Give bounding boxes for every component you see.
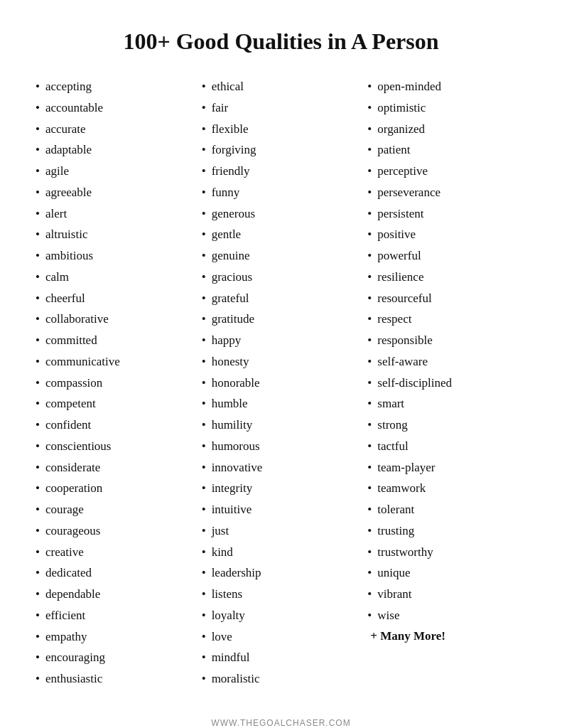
list-item: adaptable (36, 139, 195, 161)
list-item: forgiving (202, 139, 361, 161)
list-item: accurate (36, 119, 195, 140)
list-item: funny (202, 182, 361, 203)
list-item: tactful (367, 436, 526, 457)
list-item: perceptive (367, 161, 526, 182)
list-item: mindful (202, 647, 361, 668)
list-item: wise (367, 605, 526, 626)
list-item: creative (36, 542, 195, 563)
list-item: just (202, 520, 361, 542)
list-item: love (202, 626, 361, 648)
list-item: persistent (367, 203, 526, 225)
list-item: listens (202, 584, 361, 605)
list-item: responsible (367, 330, 526, 351)
list-item: fair (202, 97, 361, 119)
list-item: competent (36, 393, 195, 414)
list-item: innovative (202, 457, 361, 478)
list-item: flexible (202, 119, 361, 140)
list-item: gracious (202, 267, 361, 288)
list-item: considerate (36, 457, 195, 478)
list-item: resourceful (367, 288, 526, 309)
list-item: loyalty (202, 605, 361, 626)
footer-url: WWW.THEGOALCHASER.COM (211, 690, 350, 728)
list-item: conscientious (36, 436, 195, 457)
list-item: respect (367, 309, 526, 330)
list-item: perseverance (367, 182, 526, 203)
column-3: open-mindedoptimisticorganizedpatientper… (367, 76, 526, 690)
page-title: 100+ Good Qualities in A Person (123, 28, 438, 55)
list-item: trustworthy (367, 542, 526, 563)
list-item: honesty (202, 351, 361, 373)
list-item: humorous (202, 436, 361, 457)
list-item: confident (36, 414, 195, 436)
list-item: ambitious (36, 245, 195, 267)
column-2: ethicalfairflexibleforgivingfriendlyfunn… (202, 76, 361, 690)
list-item: accountable (36, 97, 195, 119)
plus-more-label: + Many More! (367, 629, 526, 643)
list-item: gratitude (202, 309, 361, 330)
list-item: moralistic (202, 668, 361, 690)
list-item: enthusiastic (36, 668, 195, 690)
list-item: compassion (36, 373, 195, 394)
list-item: genuine (202, 245, 361, 267)
list-item: honorable (202, 373, 361, 394)
list-item: dedicated (36, 562, 195, 584)
list-item: committed (36, 330, 195, 351)
list-item: cheerful (36, 288, 195, 309)
list-item: efficient (36, 605, 195, 626)
list-item: communicative (36, 351, 195, 373)
list-item: humble (202, 393, 361, 414)
list-item: agile (36, 161, 195, 182)
list-item: team-player (367, 457, 526, 478)
list-item: empathy (36, 626, 195, 648)
list-item: cooperation (36, 478, 195, 499)
list-item: courage (36, 499, 195, 520)
list-item: integrity (202, 478, 361, 499)
list-item: organized (367, 119, 526, 140)
list-item: trusting (367, 520, 526, 542)
list-item: agreeable (36, 182, 195, 203)
list-item: unique (367, 562, 526, 584)
list-item: leadership (202, 562, 361, 584)
list-item: alert (36, 203, 195, 225)
list-item: kind (202, 542, 361, 563)
list-item: powerful (367, 245, 526, 267)
list-item: optimistic (367, 97, 526, 119)
list-item: patient (367, 139, 526, 161)
list-item: resilience (367, 267, 526, 288)
list-item: friendly (202, 161, 361, 182)
list-item: vibrant (367, 584, 526, 605)
list-item: self-aware (367, 351, 526, 373)
list-item: happy (202, 330, 361, 351)
list-item: intuitive (202, 499, 361, 520)
list-item: calm (36, 267, 195, 288)
list-item: smart (367, 393, 526, 414)
column-1: acceptingaccountableaccurateadaptableagi… (36, 76, 195, 690)
list-item: strong (367, 414, 526, 436)
columns-wrapper: acceptingaccountableaccurateadaptableagi… (36, 76, 526, 690)
list-item: altruistic (36, 224, 195, 245)
list-item: ethical (202, 76, 361, 97)
list-item: generous (202, 203, 361, 225)
list-item: open-minded (367, 76, 526, 97)
list-item: positive (367, 224, 526, 245)
list-item: encouraging (36, 647, 195, 668)
list-item: collaborative (36, 309, 195, 330)
list-item: courageous (36, 520, 195, 542)
list-item: accepting (36, 76, 195, 97)
list-item: teamwork (367, 478, 526, 499)
list-item: self-disciplined (367, 373, 526, 394)
list-item: dependable (36, 584, 195, 605)
list-item: tolerant (367, 499, 526, 520)
list-item: gentle (202, 224, 361, 245)
list-item: humility (202, 414, 361, 436)
list-item: grateful (202, 288, 361, 309)
